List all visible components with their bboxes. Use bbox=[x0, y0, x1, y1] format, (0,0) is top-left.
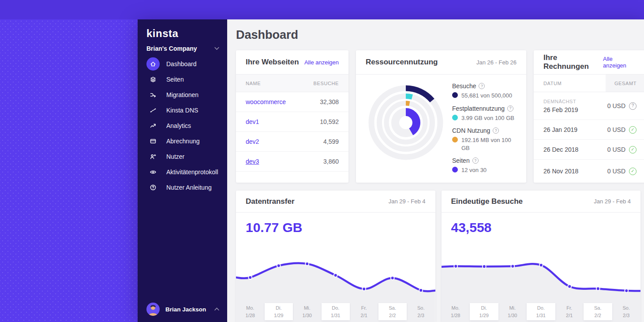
data-point bbox=[277, 264, 281, 267]
x-axis-label: Di.1/29 bbox=[470, 303, 498, 320]
website-row: dev24,599 bbox=[236, 132, 348, 152]
resources-date-range: Jan 26 - Feb 26 bbox=[476, 59, 517, 66]
sidebar-item-analytics[interactable]: Analytics bbox=[146, 118, 223, 133]
sidebar-item-migrationen[interactable]: Migrationen bbox=[146, 87, 223, 102]
day-label: Di. bbox=[276, 304, 281, 312]
site-link-woocommerce[interactable]: woocommerce bbox=[246, 98, 286, 105]
websites-card-title: Ihre Webseiten bbox=[246, 58, 299, 67]
day-label: Di. bbox=[481, 304, 487, 312]
unique-visits-total-value: 43,558 bbox=[442, 213, 641, 238]
websites-table-body: woocommerce32,308dev110,592dev24,599dev3… bbox=[236, 92, 348, 172]
site-visits: 32,308 bbox=[320, 98, 339, 105]
resources-legend: Besuche?55,681 von 500,000Festplattennut… bbox=[452, 81, 518, 180]
sidebar-item-nutzer[interactable]: Nutzer bbox=[146, 149, 223, 164]
x-axis-label: Di.1/29 bbox=[265, 303, 293, 320]
invoice-date: 26 Nov 2018 bbox=[543, 168, 578, 175]
x-axis-label: Mo.1/28 bbox=[442, 303, 470, 320]
col-besuche: BESUCHE bbox=[314, 81, 339, 86]
eye-icon bbox=[146, 165, 160, 179]
sidebar-item-label: Abrechnung bbox=[166, 138, 200, 145]
day-label: Mo. bbox=[452, 304, 460, 312]
help-icon[interactable]: ? bbox=[472, 157, 479, 164]
invoice-date: 26 Feb 2019 bbox=[543, 106, 578, 113]
invoice-row: 26 Nov 20180 USD✓ bbox=[534, 160, 644, 183]
legend-value: 3.99 GB von 100 GB bbox=[461, 114, 514, 122]
websites-view-all-link[interactable]: Alle anzeigen bbox=[304, 59, 339, 66]
help-icon[interactable]: ? bbox=[493, 127, 499, 134]
data-point bbox=[419, 288, 423, 292]
sidebar-item-nutzer-anleitung[interactable]: Nutzer Anleitung bbox=[146, 180, 223, 195]
site-link-dev1[interactable]: dev1 bbox=[246, 118, 259, 125]
legend-color-dot bbox=[452, 92, 458, 98]
website-row: dev33,860 bbox=[236, 152, 348, 172]
day-label: Fr. bbox=[566, 304, 572, 312]
websites-table-header: NAME BESUCHE bbox=[236, 75, 348, 92]
resources-card-title: Ressourcennutzung bbox=[366, 58, 438, 67]
unique-visits-card: Eindeutige Besuche Jan 29 - Feb 4 43,558… bbox=[442, 191, 641, 322]
analytics-icon bbox=[146, 119, 160, 132]
home-icon bbox=[146, 57, 160, 71]
invoice-amount: 0 USD bbox=[607, 146, 625, 153]
sidebar-item-kinsta-dns[interactable]: Kinsta DNS bbox=[146, 103, 223, 118]
sidebar-item-dashboard[interactable]: Dashboard bbox=[146, 56, 223, 71]
invoices-view-all-link[interactable]: Alle anzeigen bbox=[603, 56, 637, 69]
company-selector[interactable]: Brian's Company bbox=[146, 44, 219, 53]
transfer-x-axis-labels: Mo.1/28Di.1/29Mi.1/30Do.1/31Fr.2/1Sa.2/2… bbox=[236, 303, 435, 320]
transfer-card: Datentransfer Jan 29 - Feb 4 10.77 GB Mo… bbox=[236, 191, 435, 322]
date-label: 1/30 bbox=[508, 312, 517, 319]
transfer-chart-area: Mo.1/28Di.1/29Mi.1/30Do.1/31Fr.2/1Sa.2/2… bbox=[236, 238, 435, 322]
data-point bbox=[305, 262, 309, 266]
date-label: 2/2 bbox=[595, 312, 601, 319]
sidebar-item-aktivit-tenprotokoll[interactable]: Aktivitätenprotokoll bbox=[146, 165, 223, 180]
legend-item-cdn-nutzung: CDN Nutzung?192.16 MB von 100 GB bbox=[452, 127, 518, 152]
date-label: 1/31 bbox=[331, 312, 340, 319]
help-icon bbox=[146, 181, 160, 194]
unique-visits-date-range: Jan 29 - Feb 4 bbox=[594, 198, 631, 205]
user-name: Brian Jackson bbox=[165, 306, 214, 313]
x-axis-label: Sa.2/2 bbox=[378, 303, 407, 320]
unique-visits-x-axis-labels: Mo.1/28Di.1/29Mi.1/30Do.1/31Fr.2/1Sa.2/2… bbox=[442, 303, 641, 320]
site-link-dev2[interactable]: dev2 bbox=[246, 138, 259, 145]
legend-color-dot bbox=[452, 137, 458, 142]
sidebar-item-label: Migrationen bbox=[166, 91, 198, 98]
website-row: woocommerce32,308 bbox=[236, 92, 348, 112]
day-label: Fr. bbox=[361, 304, 367, 312]
question-circle-icon: ? bbox=[629, 102, 637, 110]
data-point bbox=[539, 263, 543, 267]
date-label: 2/3 bbox=[623, 312, 629, 319]
top-cards-row: Ihre Webseiten Alle anzeigen NAME BESUCH… bbox=[236, 50, 640, 183]
invoice-row: 26 Dec 20180 USD✓ bbox=[534, 140, 644, 160]
date-label: 1/29 bbox=[274, 312, 283, 319]
resource-rings-chart bbox=[364, 81, 448, 165]
site-link-dev3[interactable]: dev3 bbox=[246, 158, 259, 165]
invoice-amount: 0 USD bbox=[607, 102, 625, 109]
company-name: Brian's Company bbox=[146, 45, 197, 52]
sidebar-item-abrechnung[interactable]: Abrechnung bbox=[146, 134, 223, 149]
sidebar-item-label: Nutzer Anleitung bbox=[166, 184, 212, 191]
data-point bbox=[391, 276, 394, 280]
data-point bbox=[596, 287, 599, 290]
invoices-card-title: Ihre Rechnungen bbox=[543, 53, 603, 71]
billing-icon bbox=[146, 135, 160, 148]
invoice-row: 26 Jan 20190 USD✓ bbox=[534, 120, 644, 140]
day-label: So. bbox=[622, 304, 630, 312]
legend-value: 55,681 von 500,000 bbox=[461, 92, 512, 100]
unique-visits-card-title: Eindeutige Besuche bbox=[451, 197, 523, 206]
dns-icon bbox=[146, 104, 160, 117]
help-icon[interactable]: ? bbox=[479, 83, 485, 89]
invoice-amount: 0 USD bbox=[607, 126, 625, 133]
site-visits: 10,592 bbox=[320, 118, 339, 125]
website-row: dev110,592 bbox=[236, 112, 348, 132]
sidebar-item-seiten[interactable]: Seiten bbox=[146, 72, 223, 87]
col-datum: DATUM bbox=[534, 75, 606, 92]
date-label: 2/3 bbox=[418, 312, 424, 319]
user-menu[interactable]: Brian Jackson bbox=[138, 303, 227, 316]
x-axis-label: Fr.2/1 bbox=[350, 303, 378, 320]
date-label: 1/28 bbox=[246, 312, 255, 319]
invoice-upcoming-tag: DEMNÄCHST bbox=[543, 99, 578, 104]
check-circle-icon: ✓ bbox=[629, 168, 637, 175]
help-icon[interactable]: ? bbox=[507, 105, 513, 112]
day-label: Mi. bbox=[304, 304, 311, 312]
websites-card: Ihre Webseiten Alle anzeigen NAME BESUCH… bbox=[236, 50, 348, 183]
sidebar-item-label: Analytics bbox=[166, 122, 191, 129]
